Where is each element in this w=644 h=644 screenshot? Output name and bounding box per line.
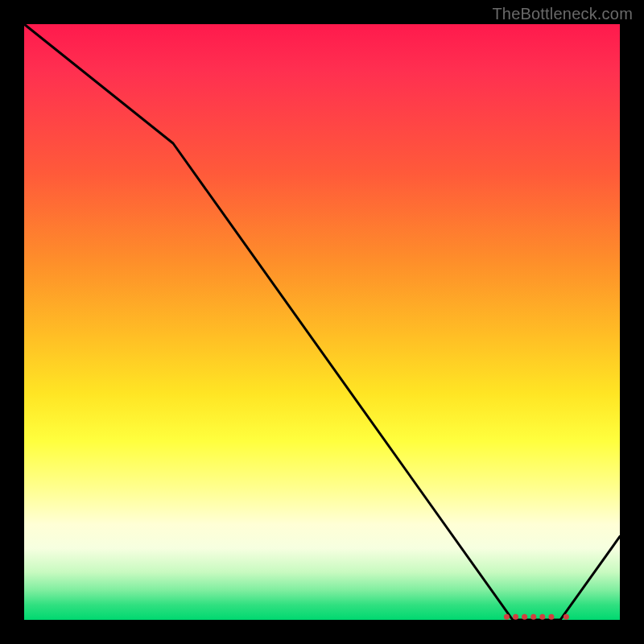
credit-label: TheBottleneck.com [492,5,633,23]
marker-dot [513,614,518,620]
marker-dot [504,614,510,620]
marker-dot [548,614,554,620]
marker-dot [522,614,527,620]
line-series [24,24,620,620]
marker-dot [539,614,545,620]
marker-dot [530,614,536,620]
chart-container: TheBottleneck.com [0,0,644,644]
curve-path [24,24,620,620]
chart-svg [24,24,620,620]
marker-dot [564,614,569,620]
plot-area [24,24,620,620]
